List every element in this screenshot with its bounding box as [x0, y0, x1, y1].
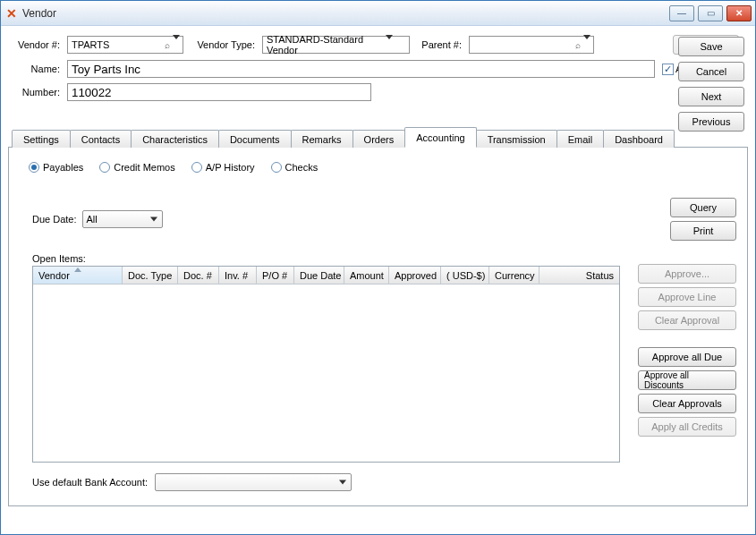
tab-dashboard[interactable]: Dashboard [603, 130, 675, 148]
tab-contacts[interactable]: Contacts [70, 130, 132, 148]
name-label: Name: [8, 64, 64, 74]
tab-transmission[interactable]: Transmission [476, 130, 557, 148]
print-button[interactable]: Print [670, 221, 736, 241]
col-vendor[interactable]: Vendor [33, 267, 123, 284]
vendor-type-select[interactable]: STANDARD-Standard Vendor [262, 36, 410, 54]
name-field[interactable] [67, 60, 655, 78]
vendor-window: ✕ Vendor — ▭ ✕ Vendor #: TPARTS ⌕ Vendor… [0, 0, 756, 535]
chevron-down-icon [173, 39, 180, 50]
parent-number-lookup[interactable]: ⌕ [469, 36, 594, 54]
approve-all-due-button[interactable]: Approve all Due [638, 347, 736, 367]
active-checkbox[interactable]: ✓ [662, 64, 674, 75]
col-currency[interactable]: Currency [489, 267, 539, 284]
accounting-panel: Payables Credit Memos A/P History Checks… [8, 148, 748, 506]
approve-all-discounts-button[interactable]: Approve all Discounts [638, 370, 736, 390]
search-icon: ⌕ [165, 40, 170, 50]
tab-remarks[interactable]: Remarks [291, 130, 353, 148]
vendor-number-value: TPARTS [72, 39, 109, 50]
search-icon: ⌕ [575, 40, 581, 50]
maximize-button[interactable]: ▭ [698, 5, 723, 21]
chevron-down-icon [150, 217, 157, 222]
sort-asc-icon [74, 268, 81, 272]
col-usd[interactable]: ( USD-$) [441, 267, 489, 284]
window-title: Vendor [22, 7, 666, 20]
vendor-number-label: Vendor #: [8, 39, 64, 50]
save-button[interactable]: Save [678, 37, 744, 56]
col-doc-num[interactable]: Doc. # [178, 267, 219, 284]
col-status[interactable]: Status [539, 267, 619, 284]
open-items-label: Open Items: [32, 253, 736, 264]
query-button[interactable]: Query [670, 198, 736, 217]
radio-credit-memos[interactable]: Credit Memos [99, 162, 174, 173]
close-button[interactable]: ✕ [726, 5, 752, 21]
cancel-button[interactable]: Cancel [678, 62, 744, 81]
clear-approval-button: Clear Approval [638, 310, 736, 330]
vendor-type-value: STANDARD-Standard Vendor [267, 34, 386, 55]
col-approved[interactable]: Approved [389, 267, 441, 284]
radio-checks[interactable]: Checks [271, 162, 319, 173]
chevron-down-icon [386, 39, 393, 50]
window-controls: — ▭ ✕ [666, 5, 755, 21]
tabstrip: Settings Contacts Characteristics Docume… [8, 126, 748, 148]
next-button[interactable]: Next [678, 87, 744, 106]
vendor-type-label: Vendor Type: [187, 39, 259, 50]
titlebar: ✕ Vendor — ▭ ✕ [1, 1, 755, 26]
app-icon: ✕ [6, 6, 17, 21]
open-items-grid[interactable]: Vendor Doc. Type Doc. # Inv. # P/O # Due… [32, 266, 620, 463]
close-icon: ✕ [735, 8, 743, 18]
number-label: Number: [8, 87, 64, 98]
bank-account-select[interactable] [155, 473, 352, 491]
approve-button: Approve... [638, 264, 736, 284]
apply-all-credits-button: Apply all Credits [638, 417, 736, 437]
bank-account-label: Use default Bank Account: [32, 477, 148, 488]
col-inv-num[interactable]: Inv. # [219, 267, 257, 284]
tab-characteristics[interactable]: Characteristics [131, 130, 219, 148]
minimize-icon: — [677, 8, 686, 18]
tab-settings[interactable]: Settings [12, 130, 71, 148]
col-doc-type[interactable]: Doc. Type [123, 267, 178, 284]
chevron-down-icon [583, 39, 590, 50]
approve-line-button: Approve Line [638, 287, 736, 307]
clear-approvals-button[interactable]: Clear Approvals [638, 394, 736, 413]
parent-number-label: Parent #: [413, 39, 465, 50]
tab-accounting[interactable]: Accounting [404, 127, 476, 148]
tab-orders[interactable]: Orders [353, 130, 406, 148]
chevron-down-icon [339, 480, 346, 485]
radio-payables[interactable]: Payables [29, 162, 83, 173]
vendor-number-lookup[interactable]: TPARTS ⌕ [67, 36, 183, 54]
col-po-num[interactable]: P/O # [257, 267, 294, 284]
due-date-label: Due Date: [32, 214, 77, 225]
col-due-date[interactable]: Due Date [294, 267, 344, 284]
grid-header: Vendor Doc. Type Doc. # Inv. # P/O # Due… [33, 267, 619, 284]
tab-documents[interactable]: Documents [218, 130, 292, 148]
maximize-icon: ▭ [707, 8, 715, 18]
radio-ap-history[interactable]: A/P History [191, 162, 255, 173]
minimize-button[interactable]: — [669, 5, 694, 21]
number-field[interactable] [67, 83, 371, 101]
due-date-select[interactable]: All [82, 210, 163, 228]
tab-email[interactable]: Email [556, 130, 605, 148]
col-amount[interactable]: Amount [344, 267, 389, 284]
